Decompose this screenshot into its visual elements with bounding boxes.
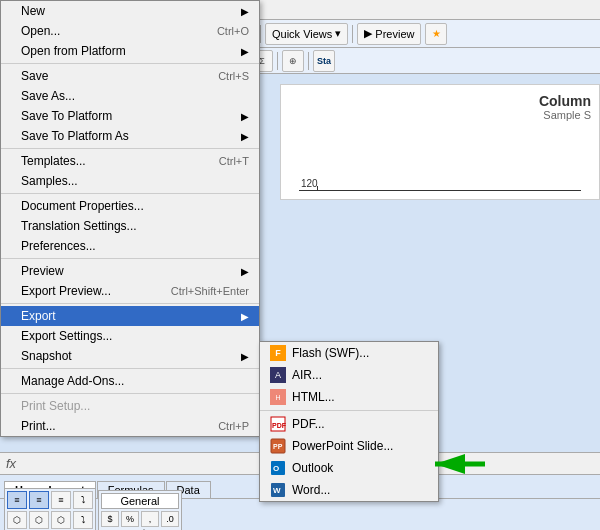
- menu-open-platform[interactable]: Open from Platform ▶: [1, 41, 259, 61]
- menu-snapshot[interactable]: Snapshot ▶: [1, 346, 259, 366]
- ppt-icon: PP: [270, 438, 286, 454]
- align-top-left-btn[interactable]: ≡: [7, 491, 27, 509]
- chart-body: 120: [289, 131, 591, 191]
- menu-save-platform[interactable]: Save To Platform ▶: [1, 106, 259, 126]
- menu-export[interactable]: Export ▶: [1, 306, 259, 326]
- sub-sep1: [260, 410, 438, 411]
- sep4: [1, 258, 259, 259]
- t2-12[interactable]: ⊕: [282, 50, 304, 72]
- export-ppt[interactable]: PP PowerPoint Slide...: [260, 435, 438, 457]
- svg-text:W: W: [273, 486, 281, 495]
- number-format-dropdown[interactable]: General: [101, 493, 179, 509]
- menu-save-as[interactable]: Save As...: [1, 86, 259, 106]
- currency-btn[interactable]: $: [101, 511, 119, 527]
- quick-views-dropdown-icon: ▾: [335, 27, 341, 40]
- export-air[interactable]: A AIR...: [260, 364, 438, 386]
- pdf-icon: PDF: [270, 416, 286, 432]
- sep6: [1, 368, 259, 369]
- preview-icon: ▶: [364, 27, 372, 40]
- align-buttons-bottom: ⬡ ⬡ ⬡ ⤵: [7, 511, 93, 529]
- menu-new[interactable]: New ▶: [1, 1, 259, 21]
- menu-samples[interactable]: Samples...: [1, 171, 259, 191]
- quick-views-label: Quick Views: [272, 28, 332, 40]
- file-menu-dropdown: New ▶ Open... Ctrl+O Open from Platform …: [0, 0, 260, 437]
- sep1: [1, 63, 259, 64]
- number-group: General $ % , .0 Number: [98, 490, 182, 531]
- alignment-group: ≡ ≡ ≡ ⤵ ⬡ ⬡ ⬡ ⤵ Alignment: [4, 488, 96, 531]
- svg-text:O: O: [273, 464, 279, 473]
- controls-row: ≡ ≡ ≡ ⤵ ⬡ ⬡ ⬡ ⤵ Alignment General: [0, 499, 600, 530]
- quick-views-button[interactable]: Quick Views ▾: [265, 23, 348, 45]
- sep5: [1, 303, 259, 304]
- menu-save[interactable]: Save Ctrl+S: [1, 66, 259, 86]
- comma-btn[interactable]: ,: [141, 511, 159, 527]
- menu-templates[interactable]: Templates... Ctrl+T: [1, 151, 259, 171]
- align-left-btn[interactable]: ⬡: [7, 511, 27, 529]
- menu-prefs[interactable]: Preferences...: [1, 236, 259, 256]
- menu-preview[interactable]: Preview ▶: [1, 261, 259, 281]
- outlook-icon: O: [270, 460, 286, 476]
- main-area: New ▶ Open... Ctrl+O Open from Platform …: [0, 74, 600, 530]
- svg-text:PP: PP: [273, 443, 283, 450]
- menu-export-settings[interactable]: Export Settings...: [1, 326, 259, 346]
- export-pdf[interactable]: PDF PDF...: [260, 413, 438, 435]
- align-right-btn[interactable]: ⬡: [51, 511, 71, 529]
- export-word[interactable]: W Word...: [260, 479, 438, 501]
- dec-inc-btn[interactable]: .0: [161, 511, 179, 527]
- align-wrap-btn[interactable]: ⤵: [73, 491, 93, 509]
- fx-label: fx: [6, 456, 16, 471]
- export-html[interactable]: H HTML...: [260, 386, 438, 408]
- svg-text:PDF: PDF: [272, 422, 286, 429]
- sep7: [1, 393, 259, 394]
- menu-print[interactable]: Print... Ctrl+P: [1, 416, 259, 436]
- menu-open[interactable]: Open... Ctrl+O: [1, 21, 259, 41]
- align-indent-btn[interactable]: ⤵: [73, 511, 93, 529]
- export-submenu: F Flash (SWF)... A AIR... H HTML... PDF …: [259, 341, 439, 502]
- export-outlook[interactable]: O Outlook: [260, 457, 438, 479]
- align-center-btn[interactable]: ⬡: [29, 511, 49, 529]
- t2-start[interactable]: Sta: [313, 50, 335, 72]
- chart-preview-area: Column Sample S 120: [280, 84, 600, 200]
- align-top-center-btn[interactable]: ≡: [29, 491, 49, 509]
- word-icon: W: [270, 482, 286, 498]
- align-top-right-btn[interactable]: ≡: [51, 491, 71, 509]
- menu-print-setup: Print Setup...: [1, 396, 259, 416]
- menu-addons[interactable]: Manage Add-Ons...: [1, 371, 259, 391]
- number-btns: $ % , .0: [101, 511, 179, 527]
- percent-btn[interactable]: %: [121, 511, 139, 527]
- menu-save-platform-as[interactable]: Save To Platform As ▶: [1, 126, 259, 146]
- align-buttons-top: ≡ ≡ ≡ ⤵: [7, 491, 93, 509]
- menu-translation[interactable]: Translation Settings...: [1, 216, 259, 236]
- chart-title: Column Sample S: [289, 93, 591, 121]
- air-icon: A: [270, 367, 286, 383]
- html-icon: H: [270, 389, 286, 405]
- preview-button[interactable]: ▶ Preview: [357, 23, 421, 45]
- export-flash[interactable]: F Flash (SWF)...: [260, 342, 438, 364]
- flash-icon: F: [270, 345, 286, 361]
- menu-export-preview[interactable]: Export Preview... Ctrl+Shift+Enter: [1, 281, 259, 301]
- sep2: [1, 148, 259, 149]
- green-arrow-indicator: [430, 449, 490, 482]
- sep3: [1, 193, 259, 194]
- preview-label: Preview: [375, 28, 414, 40]
- menu-doc-props[interactable]: Document Properties...: [1, 196, 259, 216]
- star-btn[interactable]: ★: [425, 23, 447, 45]
